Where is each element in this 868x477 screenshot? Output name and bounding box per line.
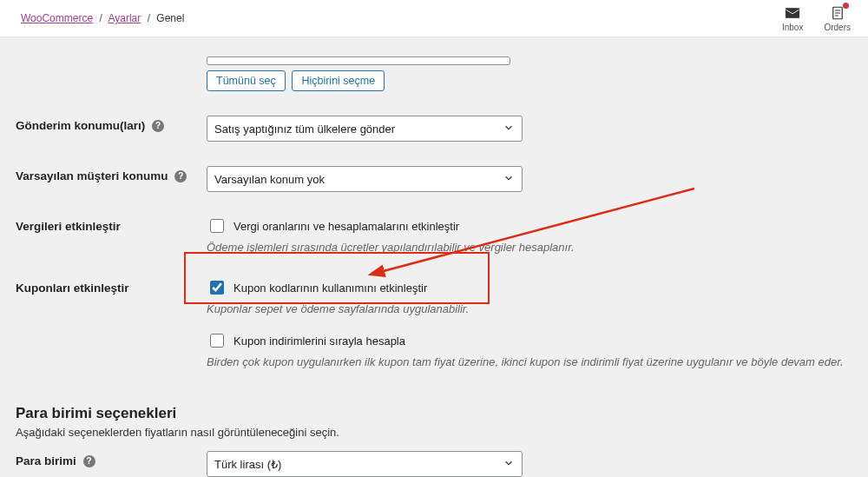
header-bar: WooCommerce / Ayarlar / Genel Inbox Orde… [0,0,868,37]
shipping-location-label: Gönderim konumu(ları) [16,119,145,132]
enable-coupon-codes-text: Kupon kodlarının kullanımını etkinleştir [233,282,427,295]
coupon-sequential-desc: Birden çok kupon uygulanırken ilk kupon … [207,355,852,368]
currency-value: Türk lirası (₺) [214,458,281,471]
enable-coupons-label: Kuponları etkinleştir [16,282,129,295]
orders-label: Orders [824,23,851,32]
enable-taxes-desc: Ödeme işlemleri sırasında ücretler yapıl… [207,241,852,254]
breadcrumb-woocommerce[interactable]: WooCommerce [21,12,93,24]
enable-coupon-codes-desc: Kuponlar sepet ve ödeme sayfalarında uyg… [207,302,852,315]
enable-taxes-label: Vergileri etkinleştir [16,220,121,233]
chevron-down-icon [503,122,515,136]
enable-taxes-checkbox[interactable] [210,219,224,233]
currency-options-desc: Aşağıdaki seçeneklerden fiyatların nasıl… [16,426,852,439]
settings-content: Tümünü seç Hiçbirini seçme Gönderim konu… [0,37,868,477]
help-icon[interactable]: ? [83,455,95,467]
default-customer-location-label: Varsayılan müşteri konumu [16,169,168,182]
coupon-sequential-text: Kupon indirimlerini sırayla hesapla [233,335,405,348]
currency-select[interactable]: Türk lirası (₺) [207,451,523,477]
default-customer-location-value: Varsayılan konum yok [214,173,325,186]
inbox-button[interactable]: Inbox [782,5,803,32]
shipping-location-value: Satış yaptığınız tüm ülkelere gönder [214,123,395,136]
select-none-button[interactable]: Hiçbirini seçme [292,70,385,91]
orders-button[interactable]: Orders [824,5,851,32]
breadcrumb: WooCommerce / Ayarlar / Genel [21,12,184,24]
enable-taxes-row[interactable]: Vergi oranlarını ve hesaplamalarını etki… [207,216,852,235]
inbox-label: Inbox [782,23,803,32]
svg-rect-0 [786,8,799,17]
breadcrumb-current: Genel [156,12,184,24]
currency-label: Para birimi [16,454,76,467]
enable-coupon-codes-row[interactable]: Kupon kodlarının kullanımını etkinleştir [207,278,852,297]
currency-options-heading: Para birimi seçenekleri [16,405,852,422]
help-icon[interactable]: ? [174,170,187,182]
sell-countries-multiselect[interactable] [207,56,510,65]
default-customer-location-select[interactable]: Varsayılan konum yok [207,166,523,192]
breadcrumb-separator: / [148,12,150,24]
breadcrumb-separator: / [99,12,102,24]
chevron-down-icon [503,457,515,472]
shipping-location-select[interactable]: Satış yaptığınız tüm ülkelere gönder [207,116,523,142]
enable-coupon-codes-checkbox[interactable] [210,281,224,295]
header-actions: Inbox Orders [782,5,851,32]
coupon-sequential-checkbox[interactable] [210,334,224,348]
help-icon[interactable]: ? [152,120,164,132]
select-all-button[interactable]: Tümünü seç [207,70,286,91]
chevron-down-icon [503,172,515,187]
enable-taxes-text: Vergi oranlarını ve hesaplamalarını etki… [233,220,459,233]
coupon-sequential-row[interactable]: Kupon indirimlerini sırayla hesapla [207,331,852,350]
breadcrumb-settings[interactable]: Ayarlar [108,12,141,24]
notification-dot-icon [843,3,849,9]
mail-icon [784,5,801,23]
